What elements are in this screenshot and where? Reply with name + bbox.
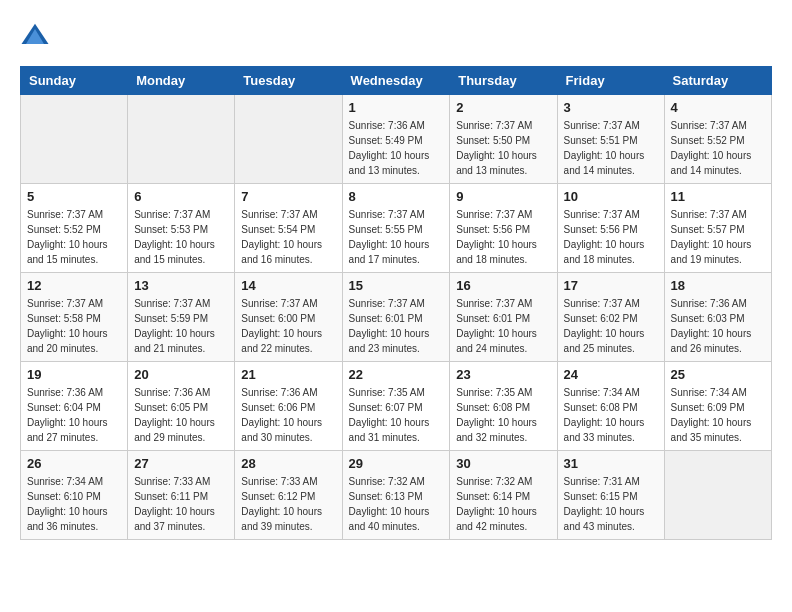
day-number: 28 (241, 456, 335, 471)
day-info: Sunrise: 7:33 AM Sunset: 6:12 PM Dayligh… (241, 474, 335, 534)
weekday-header-thursday: Thursday (450, 67, 557, 95)
calendar-cell: 13Sunrise: 7:37 AM Sunset: 5:59 PM Dayli… (128, 273, 235, 362)
day-number: 10 (564, 189, 658, 204)
day-info: Sunrise: 7:33 AM Sunset: 6:11 PM Dayligh… (134, 474, 228, 534)
day-info: Sunrise: 7:37 AM Sunset: 5:51 PM Dayligh… (564, 118, 658, 178)
day-info: Sunrise: 7:31 AM Sunset: 6:15 PM Dayligh… (564, 474, 658, 534)
weekday-header-saturday: Saturday (664, 67, 771, 95)
day-number: 27 (134, 456, 228, 471)
day-number: 29 (349, 456, 444, 471)
day-info: Sunrise: 7:37 AM Sunset: 5:56 PM Dayligh… (456, 207, 550, 267)
calendar-cell: 4Sunrise: 7:37 AM Sunset: 5:52 PM Daylig… (664, 95, 771, 184)
day-number: 25 (671, 367, 765, 382)
calendar-cell: 3Sunrise: 7:37 AM Sunset: 5:51 PM Daylig… (557, 95, 664, 184)
day-number: 26 (27, 456, 121, 471)
weekday-header-friday: Friday (557, 67, 664, 95)
calendar-cell: 24Sunrise: 7:34 AM Sunset: 6:08 PM Dayli… (557, 362, 664, 451)
day-number: 2 (456, 100, 550, 115)
day-info: Sunrise: 7:37 AM Sunset: 5:52 PM Dayligh… (27, 207, 121, 267)
calendar-cell: 10Sunrise: 7:37 AM Sunset: 5:56 PM Dayli… (557, 184, 664, 273)
day-info: Sunrise: 7:32 AM Sunset: 6:14 PM Dayligh… (456, 474, 550, 534)
calendar-cell: 30Sunrise: 7:32 AM Sunset: 6:14 PM Dayli… (450, 451, 557, 540)
day-number: 6 (134, 189, 228, 204)
day-info: Sunrise: 7:32 AM Sunset: 6:13 PM Dayligh… (349, 474, 444, 534)
day-info: Sunrise: 7:37 AM Sunset: 5:56 PM Dayligh… (564, 207, 658, 267)
calendar-cell: 21Sunrise: 7:36 AM Sunset: 6:06 PM Dayli… (235, 362, 342, 451)
day-info: Sunrise: 7:35 AM Sunset: 6:07 PM Dayligh… (349, 385, 444, 445)
day-info: Sunrise: 7:37 AM Sunset: 5:52 PM Dayligh… (671, 118, 765, 178)
calendar-cell: 16Sunrise: 7:37 AM Sunset: 6:01 PM Dayli… (450, 273, 557, 362)
calendar-week-row: 26Sunrise: 7:34 AM Sunset: 6:10 PM Dayli… (21, 451, 772, 540)
day-info: Sunrise: 7:34 AM Sunset: 6:10 PM Dayligh… (27, 474, 121, 534)
calendar-cell (128, 95, 235, 184)
calendar-week-row: 5Sunrise: 7:37 AM Sunset: 5:52 PM Daylig… (21, 184, 772, 273)
day-number: 18 (671, 278, 765, 293)
weekday-header-row: SundayMondayTuesdayWednesdayThursdayFrid… (21, 67, 772, 95)
calendar-cell: 5Sunrise: 7:37 AM Sunset: 5:52 PM Daylig… (21, 184, 128, 273)
day-number: 9 (456, 189, 550, 204)
calendar-cell: 22Sunrise: 7:35 AM Sunset: 6:07 PM Dayli… (342, 362, 450, 451)
calendar-table: SundayMondayTuesdayWednesdayThursdayFrid… (20, 66, 772, 540)
day-number: 31 (564, 456, 658, 471)
day-info: Sunrise: 7:36 AM Sunset: 5:49 PM Dayligh… (349, 118, 444, 178)
day-info: Sunrise: 7:37 AM Sunset: 5:54 PM Dayligh… (241, 207, 335, 267)
day-info: Sunrise: 7:37 AM Sunset: 5:55 PM Dayligh… (349, 207, 444, 267)
day-number: 1 (349, 100, 444, 115)
calendar-cell: 15Sunrise: 7:37 AM Sunset: 6:01 PM Dayli… (342, 273, 450, 362)
day-number: 30 (456, 456, 550, 471)
day-info: Sunrise: 7:34 AM Sunset: 6:09 PM Dayligh… (671, 385, 765, 445)
day-info: Sunrise: 7:37 AM Sunset: 6:01 PM Dayligh… (456, 296, 550, 356)
day-info: Sunrise: 7:37 AM Sunset: 5:53 PM Dayligh… (134, 207, 228, 267)
day-info: Sunrise: 7:37 AM Sunset: 6:00 PM Dayligh… (241, 296, 335, 356)
calendar-cell: 18Sunrise: 7:36 AM Sunset: 6:03 PM Dayli… (664, 273, 771, 362)
day-info: Sunrise: 7:36 AM Sunset: 6:06 PM Dayligh… (241, 385, 335, 445)
day-info: Sunrise: 7:37 AM Sunset: 5:57 PM Dayligh… (671, 207, 765, 267)
day-number: 12 (27, 278, 121, 293)
day-number: 7 (241, 189, 335, 204)
day-number: 16 (456, 278, 550, 293)
day-number: 21 (241, 367, 335, 382)
day-info: Sunrise: 7:37 AM Sunset: 5:59 PM Dayligh… (134, 296, 228, 356)
day-number: 5 (27, 189, 121, 204)
calendar-cell: 11Sunrise: 7:37 AM Sunset: 5:57 PM Dayli… (664, 184, 771, 273)
calendar-cell: 26Sunrise: 7:34 AM Sunset: 6:10 PM Dayli… (21, 451, 128, 540)
day-number: 19 (27, 367, 121, 382)
calendar-cell: 12Sunrise: 7:37 AM Sunset: 5:58 PM Dayli… (21, 273, 128, 362)
day-info: Sunrise: 7:35 AM Sunset: 6:08 PM Dayligh… (456, 385, 550, 445)
calendar-cell: 23Sunrise: 7:35 AM Sunset: 6:08 PM Dayli… (450, 362, 557, 451)
day-info: Sunrise: 7:36 AM Sunset: 6:03 PM Dayligh… (671, 296, 765, 356)
calendar-cell (235, 95, 342, 184)
day-number: 17 (564, 278, 658, 293)
calendar-cell: 1Sunrise: 7:36 AM Sunset: 5:49 PM Daylig… (342, 95, 450, 184)
calendar-cell: 14Sunrise: 7:37 AM Sunset: 6:00 PM Dayli… (235, 273, 342, 362)
calendar-cell: 25Sunrise: 7:34 AM Sunset: 6:09 PM Dayli… (664, 362, 771, 451)
calendar-cell (664, 451, 771, 540)
day-number: 4 (671, 100, 765, 115)
calendar-week-row: 12Sunrise: 7:37 AM Sunset: 5:58 PM Dayli… (21, 273, 772, 362)
weekday-header-tuesday: Tuesday (235, 67, 342, 95)
calendar-cell: 28Sunrise: 7:33 AM Sunset: 6:12 PM Dayli… (235, 451, 342, 540)
calendar-cell: 17Sunrise: 7:37 AM Sunset: 6:02 PM Dayli… (557, 273, 664, 362)
day-info: Sunrise: 7:37 AM Sunset: 6:02 PM Dayligh… (564, 296, 658, 356)
day-info: Sunrise: 7:37 AM Sunset: 5:50 PM Dayligh… (456, 118, 550, 178)
day-number: 20 (134, 367, 228, 382)
day-number: 24 (564, 367, 658, 382)
day-info: Sunrise: 7:36 AM Sunset: 6:04 PM Dayligh… (27, 385, 121, 445)
calendar-cell: 29Sunrise: 7:32 AM Sunset: 6:13 PM Dayli… (342, 451, 450, 540)
calendar-week-row: 1Sunrise: 7:36 AM Sunset: 5:49 PM Daylig… (21, 95, 772, 184)
weekday-header-wednesday: Wednesday (342, 67, 450, 95)
logo-icon (20, 20, 50, 50)
logo (20, 20, 54, 50)
day-number: 14 (241, 278, 335, 293)
calendar-cell: 31Sunrise: 7:31 AM Sunset: 6:15 PM Dayli… (557, 451, 664, 540)
calendar-cell: 8Sunrise: 7:37 AM Sunset: 5:55 PM Daylig… (342, 184, 450, 273)
calendar-cell: 2Sunrise: 7:37 AM Sunset: 5:50 PM Daylig… (450, 95, 557, 184)
calendar-cell: 6Sunrise: 7:37 AM Sunset: 5:53 PM Daylig… (128, 184, 235, 273)
calendar-cell: 27Sunrise: 7:33 AM Sunset: 6:11 PM Dayli… (128, 451, 235, 540)
calendar-week-row: 19Sunrise: 7:36 AM Sunset: 6:04 PM Dayli… (21, 362, 772, 451)
calendar-cell: 7Sunrise: 7:37 AM Sunset: 5:54 PM Daylig… (235, 184, 342, 273)
day-number: 8 (349, 189, 444, 204)
calendar-cell: 20Sunrise: 7:36 AM Sunset: 6:05 PM Dayli… (128, 362, 235, 451)
day-info: Sunrise: 7:37 AM Sunset: 5:58 PM Dayligh… (27, 296, 121, 356)
day-number: 23 (456, 367, 550, 382)
